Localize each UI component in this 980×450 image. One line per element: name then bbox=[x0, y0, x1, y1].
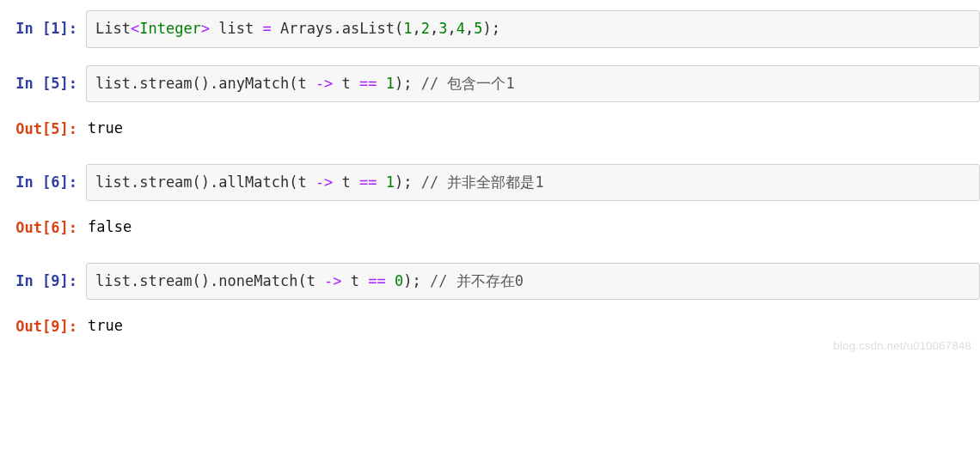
op-arrow: -> bbox=[315, 173, 333, 191]
code-token: ); bbox=[403, 272, 430, 289]
code-space bbox=[386, 272, 395, 289]
prompt-in-6: In [6]: bbox=[0, 164, 86, 194]
prompt-out-6: Out[6]: bbox=[0, 210, 86, 240]
code-token: ); bbox=[483, 20, 500, 37]
op-arrow: -> bbox=[324, 272, 341, 289]
prompt-out-5: Out[5]: bbox=[0, 111, 86, 141]
op-eqeq: == bbox=[359, 173, 377, 191]
op-lt: < bbox=[131, 20, 139, 37]
code-token: ); bbox=[395, 75, 421, 92]
output-5: true bbox=[86, 111, 980, 147]
num-literal: 3 bbox=[438, 20, 447, 37]
num-literal: 0 bbox=[395, 272, 403, 289]
code-input-1[interactable]: List<Integer> list = Arrays.asList(1,2,3… bbox=[86, 10, 980, 48]
code-space bbox=[377, 173, 386, 191]
type-integer: Integer bbox=[139, 20, 201, 37]
code-token: List bbox=[95, 20, 131, 37]
comment-text: // 并非全部都是1 bbox=[421, 173, 544, 191]
num-literal: 4 bbox=[456, 20, 465, 37]
num-literal: 5 bbox=[474, 20, 482, 37]
cell-in-9: In [9]: list.stream().noneMatch(t -> t =… bbox=[0, 263, 980, 301]
op-eqeq: == bbox=[368, 272, 385, 289]
watermark-text: blog.csdn.net/u010067848 bbox=[834, 338, 971, 355]
op-eqeq: == bbox=[359, 75, 377, 92]
num-literal: 1 bbox=[386, 75, 395, 92]
comma: , bbox=[465, 20, 474, 37]
num-literal: 1 bbox=[386, 173, 395, 191]
code-input-6[interactable]: list.stream().allMatch(t -> t == 1); // … bbox=[86, 164, 980, 202]
comma: , bbox=[413, 20, 421, 37]
op-eq: = bbox=[263, 20, 272, 37]
output-6: false bbox=[86, 210, 980, 246]
code-input-9[interactable]: list.stream().noneMatch(t -> t == 0); //… bbox=[86, 263, 980, 301]
op-arrow: -> bbox=[315, 75, 333, 92]
comment-text: // 并不存在0 bbox=[430, 272, 524, 289]
code-token: list.stream().allMatch(t bbox=[95, 173, 315, 191]
cell-in-1: In [1]: List<Integer> list = Arrays.asLi… bbox=[0, 10, 980, 48]
num-literal: 1 bbox=[403, 20, 412, 37]
comma: , bbox=[430, 20, 438, 37]
code-token: t bbox=[333, 173, 359, 191]
cell-out-6: Out[6]: false bbox=[0, 210, 980, 246]
op-gt: > bbox=[201, 20, 210, 37]
prompt-in-9: In [9]: bbox=[0, 263, 86, 293]
code-token: t bbox=[333, 75, 359, 92]
comma: , bbox=[448, 20, 456, 37]
cell-in-6: In [6]: list.stream().allMatch(t -> t ==… bbox=[0, 164, 980, 202]
code-token: list bbox=[210, 20, 262, 37]
code-token: list.stream().noneMatch(t bbox=[95, 272, 324, 289]
prompt-in-5: In [5]: bbox=[0, 65, 86, 95]
num-literal: 2 bbox=[421, 20, 430, 37]
code-token: list.stream().anyMatch(t bbox=[95, 75, 315, 92]
code-space bbox=[377, 75, 386, 92]
comment-text: // 包含一个1 bbox=[421, 75, 515, 92]
code-input-5[interactable]: list.stream().anyMatch(t -> t == 1); // … bbox=[86, 65, 980, 103]
code-token: t bbox=[342, 272, 369, 289]
cell-out-5: Out[5]: true bbox=[0, 111, 980, 147]
code-token: Arrays.asList( bbox=[272, 20, 404, 37]
cell-in-5: In [5]: list.stream().anyMatch(t -> t ==… bbox=[0, 65, 980, 103]
code-token: ); bbox=[395, 173, 421, 191]
prompt-in-1: In [1]: bbox=[0, 10, 86, 40]
prompt-out-9: Out[9]: bbox=[0, 308, 86, 338]
